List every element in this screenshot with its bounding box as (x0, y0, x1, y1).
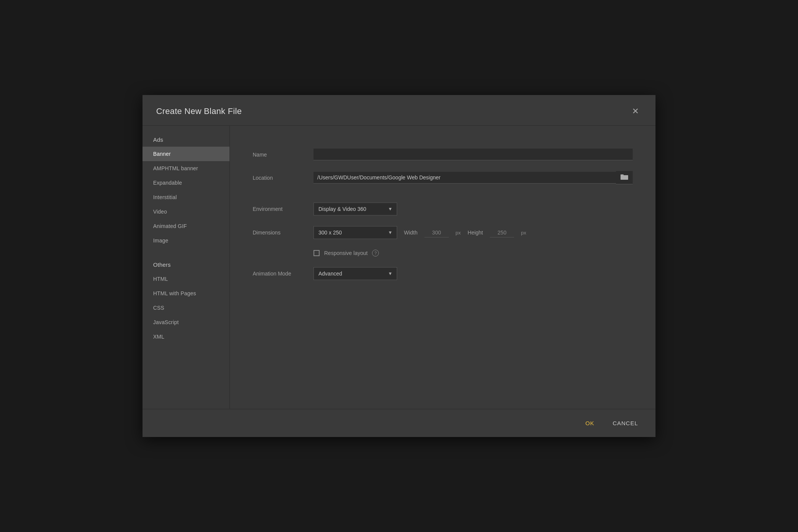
dimensions-row: Dimensions 300 x 250 728 x 90 160 x 600 … (253, 226, 633, 239)
responsive-checkbox[interactable] (314, 250, 320, 256)
dimensions-controls: 300 x 250 728 x 90 160 x 600 300 x 600 C… (314, 226, 526, 239)
name-input[interactable] (314, 149, 633, 160)
sidebar: Ads Banner AMPHTML banner Expandable Int… (142, 126, 230, 409)
animation-mode-select[interactable]: Advanced Quick Standard (314, 267, 397, 280)
animation-mode-select-wrapper: Advanced Quick Standard ▼ (314, 267, 397, 280)
environment-label: Environment (253, 206, 314, 212)
cancel-button[interactable]: CANCEL (609, 418, 642, 429)
sidebar-item-html-with-pages[interactable]: HTML with Pages (142, 286, 230, 301)
location-label: Location (253, 175, 314, 181)
sidebar-item-javascript[interactable]: JavaScript (142, 315, 230, 329)
ads-section-label: Ads (142, 136, 230, 147)
height-input[interactable] (490, 228, 514, 238)
height-label: Height (468, 230, 483, 236)
location-row: Location (253, 171, 633, 184)
responsive-layout-row: Responsive layout ? (314, 250, 633, 256)
dimensions-select-wrapper: 300 x 250 728 x 90 160 x 600 300 x 600 C… (314, 226, 397, 239)
animation-mode-label: Animation Mode (253, 271, 314, 277)
height-unit: px (521, 230, 526, 236)
width-label: Width (404, 230, 418, 236)
dialog-header: Create New Blank File ✕ (142, 95, 656, 126)
animation-mode-row: Animation Mode Advanced Quick Standard ▼ (253, 267, 633, 280)
sidebar-item-interstitial[interactable]: Interstitial (142, 190, 230, 204)
dimensions-label: Dimensions (253, 230, 314, 236)
dialog-body: Ads Banner AMPHTML banner Expandable Int… (142, 126, 656, 409)
dimensions-select[interactable]: 300 x 250 728 x 90 160 x 600 300 x 600 C… (314, 226, 397, 239)
svg-rect-1 (621, 174, 624, 176)
ok-button[interactable]: OK (581, 418, 598, 429)
sidebar-item-xml[interactable]: XML (142, 329, 230, 344)
sidebar-item-video[interactable]: Video (142, 204, 230, 219)
others-section-label: Others (142, 261, 230, 272)
create-file-dialog: Create New Blank File ✕ Ads Banner AMPHT… (142, 95, 656, 437)
responsive-label: Responsive layout (324, 250, 367, 256)
width-input[interactable] (424, 228, 449, 238)
width-unit: px (456, 230, 461, 236)
name-row: Name (253, 149, 633, 160)
sidebar-item-expandable[interactable]: Expandable (142, 176, 230, 190)
sidebar-item-banner[interactable]: Banner (142, 147, 230, 161)
main-content: Name Location En (230, 126, 656, 409)
sidebar-item-animated-gif[interactable]: Animated GIF (142, 219, 230, 233)
location-field-group (314, 171, 633, 184)
environment-select[interactable]: Display & Video 360 Google Ads AdMob Cus… (314, 203, 397, 215)
location-input[interactable] (314, 172, 616, 184)
folder-browse-button[interactable] (616, 171, 633, 184)
dialog-footer: OK CANCEL (142, 409, 656, 437)
sidebar-item-html[interactable]: HTML (142, 272, 230, 286)
sidebar-item-css[interactable]: CSS (142, 301, 230, 315)
environment-select-wrapper: Display & Video 360 Google Ads AdMob Cus… (314, 203, 397, 215)
close-button[interactable]: ✕ (629, 106, 642, 117)
sidebar-item-amphtml-banner[interactable]: AMPHTML banner (142, 161, 230, 176)
environment-row: Environment Display & Video 360 Google A… (253, 203, 633, 215)
responsive-help-icon[interactable]: ? (372, 250, 379, 256)
dialog-title: Create New Blank File (156, 106, 242, 116)
name-label: Name (253, 152, 314, 158)
sidebar-item-image[interactable]: Image (142, 233, 230, 248)
